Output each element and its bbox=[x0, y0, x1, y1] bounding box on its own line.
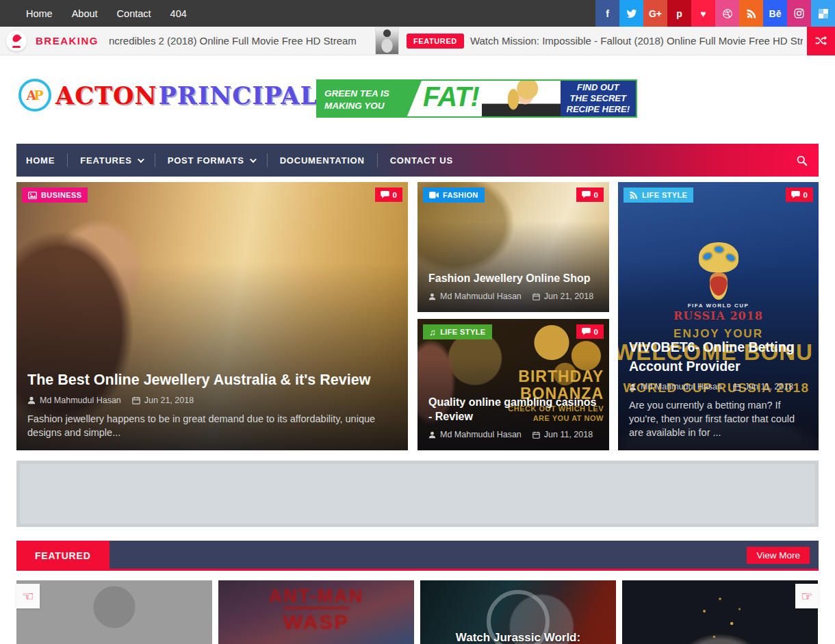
calendar-icon bbox=[532, 431, 540, 439]
nav-item-post-formats[interactable]: POST FORMATS bbox=[155, 144, 267, 177]
post-author: Md Mahmudul Hasan bbox=[27, 396, 121, 405]
page: Home About Contact 404 f G+ p ♥ Bē bbox=[0, 0, 835, 644]
carousel-item-placeholder[interactable] bbox=[16, 580, 212, 644]
shuffle-button[interactable] bbox=[807, 27, 835, 55]
post-title[interactable]: Fashion Jewellery Online Shop bbox=[428, 271, 598, 285]
post-excerpt: Fashion jewellery happens to be in great… bbox=[27, 412, 397, 439]
featured-post-gambling[interactable]: BIRTHDAY BONANZA CHECK OUT WHICH LEV ARE… bbox=[418, 319, 609, 450]
post-date: Jun 11, 2018 bbox=[532, 430, 593, 439]
pinterest-icon[interactable]: p bbox=[667, 0, 691, 27]
ad-cta: FIND OUTTHE SECRETRECIPE HERE! bbox=[561, 81, 636, 116]
pinterest-glyph: p bbox=[676, 8, 682, 19]
comment-count: 0 bbox=[594, 328, 598, 336]
category-badge-lifestyle[interactable]: ♫ LIFE STYLE bbox=[423, 324, 492, 339]
hand-right-icon: ☞ bbox=[801, 589, 812, 604]
comments-badge[interactable]: 0 bbox=[786, 188, 813, 202]
breaking-ticker: BREAKING ncredibles 2 (2018) Online Full… bbox=[0, 27, 835, 55]
comments-badge[interactable]: 0 bbox=[576, 188, 604, 202]
featured-post-betting[interactable]: FIFA WORLD CUP RUSSIA 2018 ENJOY YOUR WE… bbox=[618, 182, 819, 450]
featured-ticker-thumbnail[interactable] bbox=[375, 27, 399, 55]
topbar: Home About Contact 404 f G+ p ♥ Bē bbox=[0, 0, 835, 27]
behance-icon[interactable]: Bē bbox=[763, 0, 787, 27]
featured-post-main[interactable]: BUSINESS 0 The Best Online Jewellery Aus… bbox=[16, 182, 408, 450]
topbar-link-about[interactable]: About bbox=[72, 8, 98, 19]
category-badge-fashion[interactable]: FASHION bbox=[423, 188, 485, 203]
ad-placeholder[interactable] bbox=[16, 461, 819, 527]
featured-ticker-link[interactable]: Watch Mission: Impossible - Fallout (201… bbox=[470, 35, 803, 47]
comment-count: 0 bbox=[393, 191, 397, 199]
facebook-icon[interactable]: f bbox=[595, 0, 619, 27]
comments-badge[interactable]: 0 bbox=[576, 324, 604, 339]
calendar-icon bbox=[132, 396, 140, 404]
heart-glyph: ♥ bbox=[700, 8, 706, 19]
facebook-glyph: f bbox=[606, 8, 609, 19]
header-ad-banner[interactable]: GREEN TEA ISMAKING YOU FAT! FIND OUTTHE … bbox=[316, 79, 637, 118]
google-plus-icon[interactable]: G+ bbox=[643, 0, 667, 27]
rss-icon[interactable] bbox=[739, 0, 763, 27]
image-overlay-text: RUSSIA 2018 bbox=[618, 309, 819, 322]
carousel-item-antman[interactable]: ANT-MAN WASP bbox=[218, 580, 414, 644]
category-badge-business[interactable]: BUSINESS bbox=[22, 188, 88, 203]
image-overlay-text: FIFA WORLD CUP bbox=[618, 302, 819, 309]
video-icon bbox=[429, 192, 439, 198]
instagram-icon[interactable] bbox=[787, 0, 811, 27]
image-icon bbox=[28, 192, 37, 199]
post-meta: Md Mahmudul Hasan Jun 11, 2018 bbox=[428, 430, 598, 439]
calendar-icon bbox=[733, 383, 741, 391]
google-plus-glyph: G+ bbox=[649, 8, 662, 19]
post-title[interactable]: VIVOBET6- Online Betting Account Provide… bbox=[629, 338, 808, 376]
logo-monogram: AP bbox=[18, 79, 51, 112]
post-title[interactable]: The Best Online Jewellery Australia & it… bbox=[27, 370, 397, 389]
carousel-prev-button[interactable]: ☜ bbox=[16, 584, 40, 608]
breaking-ticker-link[interactable]: ncredibles 2 (2018) Online Full Movie Fr… bbox=[109, 35, 365, 47]
post-author: Md Mahmudul Hasan bbox=[629, 382, 722, 391]
post-title[interactable]: Quality online gambling casinos - Review bbox=[428, 395, 598, 424]
topbar-link-contact[interactable]: Contact bbox=[117, 8, 151, 19]
post-overlay: The Best Online Jewellery Australia & it… bbox=[16, 361, 408, 450]
featured-post-fashion[interactable]: FASHION 0 Fashion Jewellery Online Shop … bbox=[418, 182, 609, 312]
heart-icon[interactable]: ♥ bbox=[691, 0, 715, 27]
comment-icon bbox=[381, 191, 389, 198]
search-icon bbox=[796, 155, 808, 166]
category-label: BUSINESS bbox=[41, 191, 81, 199]
post-author: Md Mahmudul Hasan bbox=[428, 430, 522, 439]
calendar-icon bbox=[532, 293, 540, 300]
post-meta: Md Mahmudul Hasan Jun 21, 2018 bbox=[428, 292, 598, 301]
nav-item-home[interactable]: HOME bbox=[16, 144, 67, 177]
topbar-link-home[interactable]: Home bbox=[26, 8, 53, 19]
post-title[interactable]: Watch Jurassic World: bbox=[456, 631, 580, 644]
shuffle-icon bbox=[814, 34, 827, 47]
topbar-link-404[interactable]: 404 bbox=[170, 8, 187, 19]
main-navigation: HOME FEATURES POST FORMATS DOCUMENTATION… bbox=[16, 144, 819, 177]
music-icon: ♫ bbox=[429, 327, 436, 337]
nav-item-features[interactable]: FEATURES bbox=[68, 144, 155, 177]
post-date: Jun 11, 2018 bbox=[733, 382, 793, 391]
poster-text: ANT-MAN WASP bbox=[218, 586, 414, 634]
twitter-icon[interactable] bbox=[619, 0, 643, 27]
person-icon bbox=[428, 431, 436, 439]
carousel-item-jurassic[interactable]: Watch Jurassic World: bbox=[420, 580, 616, 644]
view-more-button[interactable]: View More bbox=[747, 547, 810, 564]
carousel-next-button[interactable]: ☞ bbox=[795, 584, 819, 608]
nav-item-documentation[interactable]: DOCUMENTATION bbox=[268, 144, 377, 177]
site-logo[interactable]: AP ACTONPRINCIPALS bbox=[18, 79, 335, 112]
site-title: ACTONPRINCIPALS bbox=[55, 81, 335, 110]
ad-text-big: FAT! bbox=[422, 81, 482, 116]
dribbble-icon[interactable] bbox=[715, 0, 739, 27]
featured-section-label: FEATURED bbox=[16, 541, 110, 571]
comments-badge[interactable]: 0 bbox=[375, 188, 402, 202]
chevron-down-icon bbox=[138, 156, 144, 163]
featured-ticker-badge: FEATURED bbox=[407, 34, 464, 49]
rss-icon bbox=[630, 191, 638, 199]
flame-icon bbox=[6, 31, 27, 51]
featured-section-header: FEATURED View More bbox=[16, 541, 819, 571]
topbar-links: Home About Contact 404 bbox=[26, 8, 187, 19]
category-badge-lifestyle[interactable]: LIFE STYLE bbox=[624, 188, 693, 203]
comment-count: 0 bbox=[804, 191, 808, 199]
post-author: Md Mahmudul Hasan bbox=[428, 292, 522, 301]
delicious-icon[interactable] bbox=[811, 0, 835, 27]
carousel-item-sparkles[interactable] bbox=[622, 580, 818, 644]
person-icon bbox=[27, 396, 36, 404]
nav-item-contact-us[interactable]: CONTACT US bbox=[378, 144, 465, 177]
search-button[interactable] bbox=[796, 155, 808, 166]
